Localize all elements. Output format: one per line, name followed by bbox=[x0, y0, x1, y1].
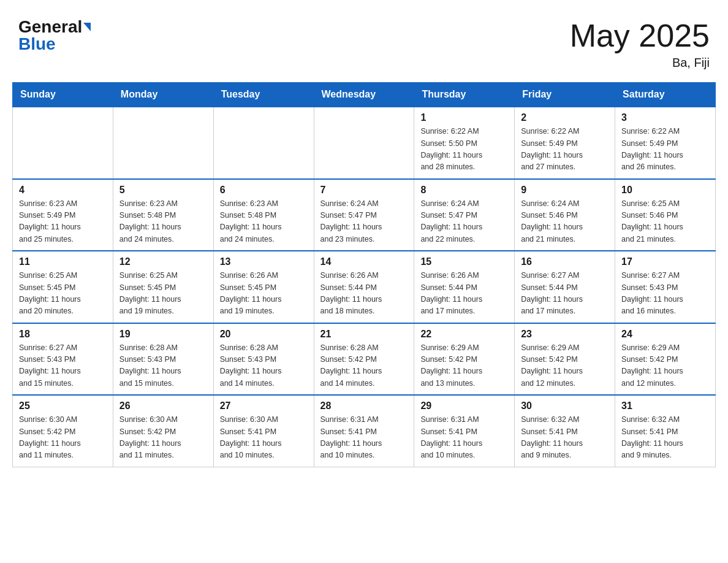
calendar-cell: 4Sunrise: 6:23 AM Sunset: 5:49 PM Daylig… bbox=[13, 179, 113, 251]
month-title: May 2025 bbox=[570, 18, 710, 53]
day-info: Sunrise: 6:22 AM Sunset: 5:50 PM Dayligh… bbox=[420, 126, 508, 174]
day-info: Sunrise: 6:31 AM Sunset: 5:41 PM Dayligh… bbox=[320, 414, 408, 462]
day-number: 28 bbox=[320, 400, 408, 412]
calendar-cell: 1Sunrise: 6:22 AM Sunset: 5:50 PM Daylig… bbox=[414, 107, 515, 179]
day-info: Sunrise: 6:25 AM Sunset: 5:45 PM Dayligh… bbox=[19, 270, 107, 318]
day-info: Sunrise: 6:30 AM Sunset: 5:42 PM Dayligh… bbox=[19, 414, 107, 462]
logo-triangle-icon bbox=[83, 23, 91, 31]
day-info: Sunrise: 6:26 AM Sunset: 5:44 PM Dayligh… bbox=[320, 270, 408, 318]
calendar-cell: 25Sunrise: 6:30 AM Sunset: 5:42 PM Dayli… bbox=[13, 395, 113, 467]
day-info: Sunrise: 6:24 AM Sunset: 5:47 PM Dayligh… bbox=[420, 198, 508, 246]
day-info: Sunrise: 6:23 AM Sunset: 5:48 PM Dayligh… bbox=[119, 198, 207, 246]
day-info: Sunrise: 6:22 AM Sunset: 5:49 PM Dayligh… bbox=[521, 126, 609, 174]
day-number: 5 bbox=[119, 185, 207, 196]
day-number: 21 bbox=[320, 329, 408, 340]
day-info: Sunrise: 6:28 AM Sunset: 5:43 PM Dayligh… bbox=[119, 342, 207, 390]
calendar-cell: 12Sunrise: 6:25 AM Sunset: 5:45 PM Dayli… bbox=[113, 251, 213, 323]
day-number: 31 bbox=[621, 400, 709, 412]
title-section: May 2025 Ba, Fiji bbox=[570, 18, 710, 70]
calendar-cell: 18Sunrise: 6:27 AM Sunset: 5:43 PM Dayli… bbox=[13, 323, 113, 396]
day-info: Sunrise: 6:27 AM Sunset: 5:43 PM Dayligh… bbox=[621, 270, 709, 318]
week-row-2: 4Sunrise: 6:23 AM Sunset: 5:49 PM Daylig… bbox=[13, 179, 716, 251]
day-number: 9 bbox=[521, 185, 609, 196]
day-info: Sunrise: 6:27 AM Sunset: 5:44 PM Dayligh… bbox=[521, 270, 609, 318]
calendar-cell: 15Sunrise: 6:26 AM Sunset: 5:44 PM Dayli… bbox=[414, 251, 515, 323]
day-number: 2 bbox=[521, 112, 609, 123]
logo-general-text: General bbox=[18, 18, 82, 36]
day-info: Sunrise: 6:24 AM Sunset: 5:46 PM Dayligh… bbox=[521, 198, 609, 246]
calendar-cell: 13Sunrise: 6:26 AM Sunset: 5:45 PM Dayli… bbox=[213, 251, 314, 323]
calendar-cell: 6Sunrise: 6:23 AM Sunset: 5:48 PM Daylig… bbox=[213, 179, 314, 251]
calendar-cell: 16Sunrise: 6:27 AM Sunset: 5:44 PM Dayli… bbox=[515, 251, 615, 323]
day-info: Sunrise: 6:29 AM Sunset: 5:42 PM Dayligh… bbox=[420, 342, 508, 390]
day-number: 24 bbox=[621, 329, 709, 340]
week-row-1: 1Sunrise: 6:22 AM Sunset: 5:50 PM Daylig… bbox=[13, 107, 716, 179]
day-number: 27 bbox=[220, 400, 308, 412]
day-number: 4 bbox=[19, 185, 107, 196]
day-number: 30 bbox=[521, 400, 609, 412]
day-info: Sunrise: 6:30 AM Sunset: 5:41 PM Dayligh… bbox=[220, 414, 308, 462]
calendar-cell: 11Sunrise: 6:25 AM Sunset: 5:45 PM Dayli… bbox=[13, 251, 113, 323]
calendar-cell bbox=[314, 107, 414, 179]
day-number: 25 bbox=[19, 400, 107, 412]
logo-blue-text: Blue bbox=[18, 36, 56, 53]
calendar-cell: 5Sunrise: 6:23 AM Sunset: 5:48 PM Daylig… bbox=[113, 179, 213, 251]
day-number: 1 bbox=[420, 112, 508, 123]
weekday-header-thursday: Thursday bbox=[414, 83, 515, 107]
calendar-cell: 8Sunrise: 6:24 AM Sunset: 5:47 PM Daylig… bbox=[414, 179, 515, 251]
day-info: Sunrise: 6:27 AM Sunset: 5:43 PM Dayligh… bbox=[19, 342, 107, 390]
day-number: 15 bbox=[420, 256, 508, 267]
day-info: Sunrise: 6:26 AM Sunset: 5:45 PM Dayligh… bbox=[220, 270, 308, 318]
day-number: 12 bbox=[119, 256, 207, 267]
weekday-header-saturday: Saturday bbox=[615, 83, 716, 107]
calendar-cell: 7Sunrise: 6:24 AM Sunset: 5:47 PM Daylig… bbox=[314, 179, 414, 251]
day-number: 8 bbox=[420, 185, 508, 196]
day-number: 6 bbox=[220, 185, 308, 196]
weekday-header-friday: Friday bbox=[515, 83, 615, 107]
day-number: 11 bbox=[19, 256, 107, 267]
calendar-cell: 22Sunrise: 6:29 AM Sunset: 5:42 PM Dayli… bbox=[414, 323, 515, 396]
day-number: 7 bbox=[320, 185, 408, 196]
calendar-cell bbox=[213, 107, 314, 179]
calendar-cell: 19Sunrise: 6:28 AM Sunset: 5:43 PM Dayli… bbox=[113, 323, 213, 396]
day-info: Sunrise: 6:32 AM Sunset: 5:41 PM Dayligh… bbox=[621, 414, 709, 462]
day-number: 26 bbox=[119, 400, 207, 412]
day-number: 22 bbox=[420, 329, 508, 340]
calendar-cell: 17Sunrise: 6:27 AM Sunset: 5:43 PM Dayli… bbox=[615, 251, 716, 323]
day-info: Sunrise: 6:30 AM Sunset: 5:42 PM Dayligh… bbox=[119, 414, 207, 462]
day-info: Sunrise: 6:23 AM Sunset: 5:48 PM Dayligh… bbox=[220, 198, 308, 246]
weekday-header-sunday: Sunday bbox=[13, 83, 113, 107]
calendar-table: SundayMondayTuesdayWednesdayThursdayFrid… bbox=[12, 82, 716, 467]
day-number: 16 bbox=[521, 256, 609, 267]
day-number: 20 bbox=[220, 329, 308, 340]
day-info: Sunrise: 6:28 AM Sunset: 5:42 PM Dayligh… bbox=[320, 342, 408, 390]
calendar-cell: 29Sunrise: 6:31 AM Sunset: 5:41 PM Dayli… bbox=[414, 395, 515, 467]
day-number: 13 bbox=[220, 256, 308, 267]
page-header: General Blue May 2025 Ba, Fiji bbox=[12, 12, 716, 70]
calendar-cell: 24Sunrise: 6:29 AM Sunset: 5:42 PM Dayli… bbox=[615, 323, 716, 396]
calendar-cell: 14Sunrise: 6:26 AM Sunset: 5:44 PM Dayli… bbox=[314, 251, 414, 323]
calendar-cell: 30Sunrise: 6:32 AM Sunset: 5:41 PM Dayli… bbox=[515, 395, 615, 467]
day-info: Sunrise: 6:32 AM Sunset: 5:41 PM Dayligh… bbox=[521, 414, 609, 462]
calendar-cell: 26Sunrise: 6:30 AM Sunset: 5:42 PM Dayli… bbox=[113, 395, 213, 467]
day-info: Sunrise: 6:31 AM Sunset: 5:41 PM Dayligh… bbox=[420, 414, 508, 462]
calendar-cell: 31Sunrise: 6:32 AM Sunset: 5:41 PM Dayli… bbox=[615, 395, 716, 467]
day-number: 18 bbox=[19, 329, 107, 340]
day-info: Sunrise: 6:24 AM Sunset: 5:47 PM Dayligh… bbox=[320, 198, 408, 246]
week-row-3: 11Sunrise: 6:25 AM Sunset: 5:45 PM Dayli… bbox=[13, 251, 716, 323]
calendar-cell bbox=[113, 107, 213, 179]
day-number: 10 bbox=[621, 185, 709, 196]
weekday-header-wednesday: Wednesday bbox=[314, 83, 414, 107]
weekday-header-tuesday: Tuesday bbox=[213, 83, 314, 107]
day-info: Sunrise: 6:29 AM Sunset: 5:42 PM Dayligh… bbox=[521, 342, 609, 390]
day-number: 29 bbox=[420, 400, 508, 412]
day-info: Sunrise: 6:23 AM Sunset: 5:49 PM Dayligh… bbox=[19, 198, 107, 246]
calendar-cell: 10Sunrise: 6:25 AM Sunset: 5:46 PM Dayli… bbox=[615, 179, 716, 251]
day-info: Sunrise: 6:29 AM Sunset: 5:42 PM Dayligh… bbox=[621, 342, 709, 390]
weekday-header-monday: Monday bbox=[113, 83, 213, 107]
calendar-cell: 3Sunrise: 6:22 AM Sunset: 5:49 PM Daylig… bbox=[615, 107, 716, 179]
calendar-cell: 28Sunrise: 6:31 AM Sunset: 5:41 PM Dayli… bbox=[314, 395, 414, 467]
day-info: Sunrise: 6:22 AM Sunset: 5:49 PM Dayligh… bbox=[621, 126, 709, 174]
week-row-5: 25Sunrise: 6:30 AM Sunset: 5:42 PM Dayli… bbox=[13, 395, 716, 467]
calendar-cell: 27Sunrise: 6:30 AM Sunset: 5:41 PM Dayli… bbox=[213, 395, 314, 467]
